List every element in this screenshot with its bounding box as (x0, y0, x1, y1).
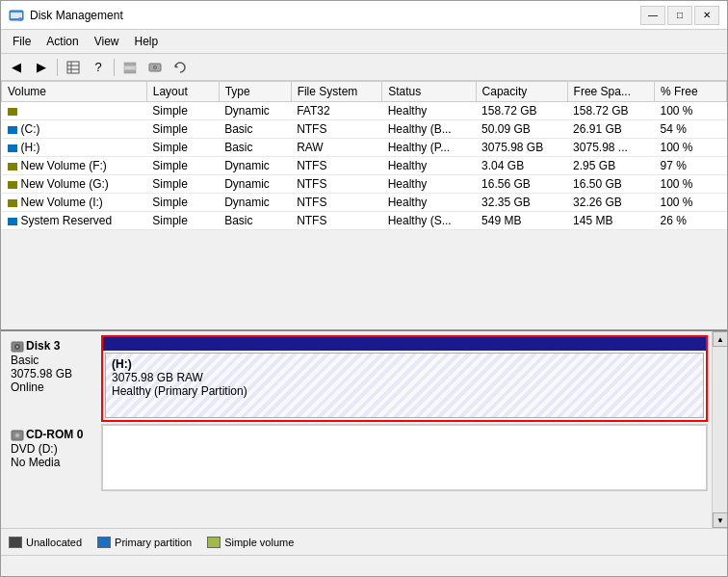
cell-status: Healthy (382, 194, 476, 212)
volume-icon (8, 126, 17, 134)
cell-fs: NTFS (291, 212, 382, 230)
disk-row-3: Disk 3 Basic 3075.98 GB Online (H:) (5, 335, 708, 422)
svg-rect-7 (124, 63, 136, 66)
menu-action[interactable]: Action (39, 32, 86, 51)
simple-swatch (207, 537, 221, 548)
volume-icon (8, 144, 17, 152)
table-icon (66, 61, 80, 74)
close-button[interactable]: ✕ (694, 6, 719, 25)
scrollbar-track[interactable] (713, 347, 727, 512)
disk-3-type: Basic (11, 354, 95, 367)
col-type: Type (219, 82, 291, 102)
menu-bar: File Action View Help (1, 30, 727, 54)
refresh-icon (173, 61, 187, 74)
cell-type: Basic (219, 139, 291, 157)
view-button-1[interactable] (62, 57, 85, 78)
disk-3-partition-h[interactable]: (H:) 3075.98 GB RAW Healthy (Primary Par… (105, 353, 704, 418)
legend-primary-label: Primary partition (115, 537, 192, 548)
cdrom-media-status: No Media (11, 456, 95, 469)
menu-help[interactable]: Help (127, 32, 167, 51)
cell-volume: New Volume (F:) (2, 157, 147, 175)
title-bar-left: Disk Management (9, 8, 123, 23)
cell-type: Dynamic (219, 175, 291, 194)
legend-unallocated: Unallocated (9, 537, 82, 548)
table-row[interactable]: System Reserved Simple Basic NTFS Health… (2, 212, 727, 230)
disk-icon (148, 61, 162, 74)
col-filesystem: File System (291, 82, 382, 102)
disk-3-header-bar (103, 337, 706, 351)
col-volume: Volume (2, 82, 147, 102)
list-icon (123, 61, 137, 74)
cell-fs: RAW (291, 139, 382, 157)
disk-management-window: Disk Management — □ ✕ File Action View H… (0, 0, 728, 577)
cell-type: Basic (219, 120, 291, 139)
back-button[interactable]: ◀ (5, 57, 28, 78)
svg-rect-8 (124, 66, 136, 69)
cell-free: 158.72 GB (567, 102, 654, 120)
cdrom-icon (11, 429, 24, 442)
cell-volume: New Volume (I:) (2, 194, 147, 212)
cell-status: Healthy (382, 157, 476, 175)
cell-fs: NTFS (291, 120, 382, 139)
svg-point-12 (154, 66, 156, 68)
col-capacity: Capacity (476, 82, 567, 102)
menu-file[interactable]: File (5, 32, 39, 51)
table-header: Volume Layout Type File System Status Ca… (2, 82, 727, 102)
col-pct: % Free (655, 82, 727, 102)
toolbar: ◀ ▶ ? (1, 54, 727, 81)
table-row[interactable]: New Volume (G:) Simple Dynamic NTFS Heal… (2, 175, 727, 194)
svg-rect-9 (124, 70, 136, 73)
cell-free: 3075.98 ... (567, 139, 654, 157)
legend-unallocated-label: Unallocated (26, 537, 82, 548)
table-row[interactable]: (H:) Simple Basic RAW Healthy (P... 3075… (2, 139, 727, 157)
window-title: Disk Management (30, 9, 123, 22)
table-row[interactable]: New Volume (I:) Simple Dynamic NTFS Heal… (2, 194, 727, 212)
view-button-2[interactable] (118, 57, 142, 78)
cell-capacity: 158.72 GB (476, 102, 567, 120)
refresh-button[interactable] (169, 57, 192, 78)
table-row[interactable]: Simple Dynamic FAT32 Healthy 158.72 GB 1… (2, 102, 727, 120)
cell-free: 32.26 GB (567, 194, 654, 212)
svg-rect-3 (67, 62, 79, 73)
cell-free: 26.91 GB (567, 120, 654, 139)
minimize-button[interactable]: — (640, 6, 665, 25)
content-area: Volume Layout Type File System Status Ca… (1, 81, 727, 555)
legend-bar: Unallocated Primary partition Simple vol… (1, 528, 727, 555)
disk-panel: Disk 3 Basic 3075.98 GB Online (H:) (1, 331, 727, 555)
cell-free: 16.50 GB (567, 175, 654, 194)
cell-status: Healthy (382, 102, 476, 120)
cell-pct: 100 % (655, 194, 727, 212)
unallocated-swatch (9, 537, 22, 548)
forward-button[interactable]: ▶ (30, 57, 53, 78)
cell-status: Healthy (P... (382, 139, 476, 157)
svg-point-15 (16, 346, 18, 348)
disk-label-3: Disk 3 Basic 3075.98 GB Online (5, 335, 101, 422)
cell-pct: 97 % (655, 157, 727, 175)
scroll-up-button[interactable]: ▲ (713, 331, 727, 347)
cell-fs: FAT32 (291, 102, 382, 120)
menu-view[interactable]: View (87, 32, 127, 51)
volume-icon (8, 181, 17, 189)
volume-icon (8, 199, 17, 207)
window-controls: — □ ✕ (640, 6, 719, 25)
cell-type: Dynamic (219, 102, 291, 120)
maximize-button[interactable]: □ (667, 6, 692, 25)
help-button[interactable]: ? (87, 57, 110, 78)
col-status: Status (382, 82, 476, 102)
scroll-down-button[interactable]: ▼ (713, 512, 727, 528)
cell-layout: Simple (146, 212, 219, 230)
cell-fs: NTFS (291, 194, 382, 212)
lower-scrollable: Disk 3 Basic 3075.98 GB Online (H:) (1, 331, 727, 528)
cell-capacity: 50.09 GB (476, 120, 567, 139)
app-icon (9, 8, 24, 23)
volume-icon (8, 218, 17, 225)
cell-status: Healthy (382, 175, 476, 194)
disk-icon-button[interactable] (143, 57, 167, 78)
table-row[interactable]: New Volume (F:) Simple Dynamic NTFS Heal… (2, 157, 727, 175)
cell-pct: 54 % (655, 120, 727, 139)
volume-icon (8, 108, 17, 116)
volume-table-panel: Volume Layout Type File System Status Ca… (1, 81, 727, 331)
table-row[interactable]: (C:) Simple Basic NTFS Healthy (B... 50.… (2, 120, 727, 139)
disk-row-cdrom0: CD-ROM 0 DVD (D:) No Media (5, 424, 708, 491)
partition-drive-label: (H:) (112, 357, 697, 371)
